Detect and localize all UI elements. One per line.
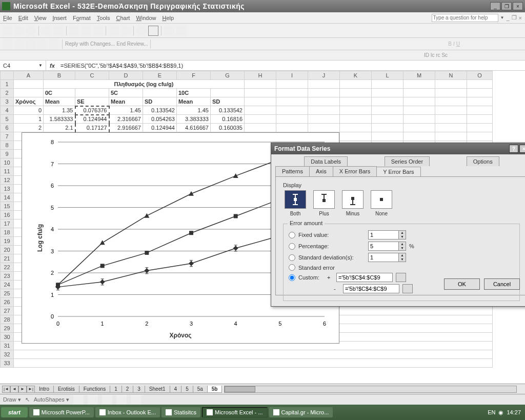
row-header[interactable]: 1	[1, 80, 14, 89]
textbox-icon[interactable]	[131, 395, 141, 405]
sheet-tab-1[interactable]: 1	[110, 386, 122, 393]
select-all-corner[interactable]	[1, 71, 14, 80]
tab-series-order[interactable]: Series Order	[385, 156, 430, 166]
rev-btn-2[interactable]	[14, 39, 24, 49]
row-header[interactable]: 15	[1, 202, 14, 211]
row-header[interactable]: 10	[1, 158, 14, 167]
radio-fixed-value[interactable]	[289, 232, 295, 238]
close-button[interactable]: ×	[513, 2, 523, 10]
sheet-tab-sheet1[interactable]: Sheet1	[145, 386, 170, 393]
row-header[interactable]: 2	[1, 89, 14, 97]
horizontal-scrollbar[interactable]	[224, 386, 517, 393]
formula-input[interactable]: =SERIES("0C",'5b'!$A$4:$A$9,'5b'!$B$4:$B…	[58, 63, 525, 69]
help-search-input[interactable]	[432, 14, 498, 22]
menu-tools[interactable]: Tools	[97, 15, 110, 21]
row-header[interactable]: 31	[1, 342, 14, 350]
reply-changes-button[interactable]: Reply with Changes...	[65, 41, 115, 47]
row-header[interactable]: 21	[1, 254, 14, 263]
dropdown-icon[interactable]: ▼	[500, 15, 504, 20]
sort-button[interactable]	[136, 26, 147, 36]
end-review-button[interactable]: End Review...	[116, 41, 148, 47]
tab-patterns[interactable]: Patterns	[275, 166, 310, 176]
row-header[interactable]: 7	[1, 132, 14, 141]
cut-button[interactable]	[69, 26, 79, 36]
tab-options[interactable]: Options	[467, 156, 499, 166]
sheet-tab-5a[interactable]: 5a	[193, 386, 208, 393]
col-header[interactable]: O	[467, 71, 493, 80]
taskbar-item[interactable]: Statisitcs	[161, 407, 200, 417]
row-header[interactable]: 11	[1, 167, 14, 176]
rectangle-icon[interactable]	[102, 395, 112, 405]
col-header[interactable]: F	[177, 71, 211, 80]
col-header[interactable]: G	[211, 71, 245, 80]
menu-edit[interactable]: Edit	[18, 15, 28, 21]
display-minus[interactable]: Minus	[340, 190, 365, 216]
sheet-nav-last[interactable]: ►|	[27, 386, 35, 393]
row-header[interactable]: 20	[1, 246, 14, 254]
display-both[interactable]: Both	[283, 190, 308, 216]
row-header[interactable]: 13	[1, 185, 14, 193]
menu-help[interactable]: Help	[163, 15, 174, 21]
row-header[interactable]: 27	[1, 307, 14, 315]
sheet-tab-functions[interactable]: Functions	[79, 386, 110, 393]
col-header[interactable]: N	[435, 71, 467, 80]
percentage-input[interactable]	[368, 242, 399, 251]
ok-button[interactable]: OK	[444, 278, 480, 290]
draw-menu[interactable]: Draw ▾	[3, 396, 21, 403]
row-header[interactable]: 29	[1, 324, 14, 333]
name-box[interactable]: C4▼	[0, 61, 46, 70]
row-header[interactable]: 16	[1, 211, 14, 219]
tab-y-error-bars[interactable]: Y Error Bars	[376, 167, 420, 177]
row-header[interactable]: 8	[1, 141, 14, 150]
row-header[interactable]: 17	[1, 219, 14, 228]
display-none[interactable]: None	[369, 190, 394, 216]
col-header[interactable]: D	[109, 71, 143, 80]
row-header[interactable]: 32	[1, 350, 14, 359]
row-header[interactable]: 9	[1, 150, 14, 158]
row-header[interactable]: 28	[1, 315, 14, 324]
menu-file[interactable]: File	[3, 15, 12, 21]
rev-btn-3[interactable]	[26, 39, 36, 49]
menu-chart[interactable]: Chart	[116, 15, 130, 21]
stdev-input[interactable]	[368, 253, 399, 262]
minimize-button[interactable]: _	[490, 2, 500, 10]
dialog-help-button[interactable]: ?	[509, 145, 518, 153]
select-objects-icon[interactable]: ↖	[25, 396, 30, 403]
doc-restore-button[interactable]: ❐	[512, 14, 517, 21]
tab-axis[interactable]: Axis	[309, 166, 333, 176]
row-header[interactable]: 24	[1, 281, 14, 289]
display-plus[interactable]: Plus	[312, 190, 336, 216]
row-header[interactable]: 12	[1, 176, 14, 185]
lang-indicator[interactable]: EN	[488, 409, 495, 415]
taskbar-item[interactable]: Microsoft Excel - ...	[202, 407, 268, 417]
doc-minimize-button[interactable]: _	[506, 15, 509, 21]
menu-view[interactable]: View	[34, 15, 47, 21]
copy-button[interactable]	[81, 26, 91, 36]
col-header[interactable]: L	[372, 71, 403, 80]
oval-icon[interactable]	[116, 395, 127, 405]
sheet-nav-prev[interactable]: ◄	[10, 386, 18, 393]
col-header[interactable]: K	[340, 71, 372, 80]
fx-icon[interactable]: fx	[46, 63, 58, 69]
sheet-nav-first[interactable]: |◄	[2, 386, 10, 393]
radio-stdev[interactable]	[289, 254, 295, 261]
tab-data-labels[interactable]: Data Labels	[304, 156, 348, 166]
taskbar-item[interactable]: Microsoft PowerP...	[29, 407, 94, 417]
col-header[interactable]: C	[75, 71, 109, 80]
col-header[interactable]: M	[403, 71, 435, 80]
row-header[interactable]: 14	[1, 193, 14, 202]
row-header[interactable]: 23	[1, 272, 14, 281]
custom-plus-input[interactable]	[336, 273, 393, 282]
row-header[interactable]: 6	[1, 124, 14, 132]
row-header[interactable]: 19	[1, 237, 14, 246]
radio-percentage[interactable]	[289, 243, 295, 250]
row-header[interactable]: 26	[1, 298, 14, 307]
sheet-tab-2[interactable]: 2	[122, 386, 134, 393]
start-button[interactable]: start	[1, 407, 28, 417]
row-header[interactable]: 30	[1, 333, 14, 342]
taskbar-item[interactable]: Capital.gr - Micro...	[269, 407, 333, 417]
new-button[interactable]	[2, 26, 12, 36]
menu-window[interactable]: Window	[136, 15, 156, 21]
print-button[interactable]	[42, 26, 52, 36]
rev-btn-5[interactable]	[49, 39, 59, 49]
